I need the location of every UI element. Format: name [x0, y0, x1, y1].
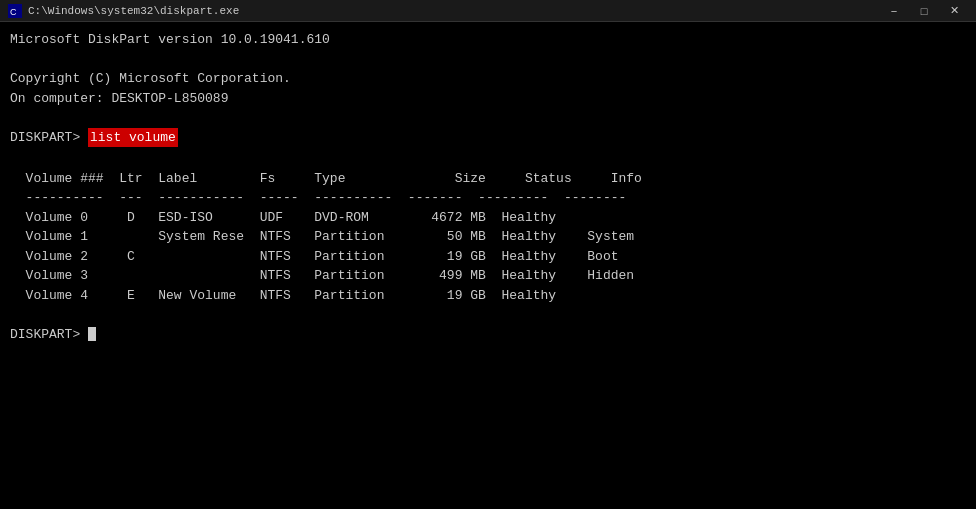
blank-line-4: [10, 305, 966, 325]
prompt-2: DISKPART>: [10, 325, 88, 345]
table-divider: ---------- --- ----------- ----- -------…: [10, 188, 966, 208]
volume-1-row: Volume 1 System Rese NTFS Partition 50 M…: [10, 227, 966, 247]
cursor: [88, 327, 96, 341]
close-button[interactable]: ✕: [940, 1, 968, 21]
volume-table: Volume ### Ltr Label Fs Type Size Status…: [10, 169, 966, 306]
volume-3-row: Volume 3 NTFS Partition 499 MB Healthy H…: [10, 266, 966, 286]
minimize-button[interactable]: −: [880, 1, 908, 21]
window-title: C:\Windows\system32\diskpart.exe: [28, 5, 239, 17]
computer-line: On computer: DESKTOP-L850089: [10, 89, 966, 109]
command-line-2: DISKPART>: [10, 325, 966, 345]
blank-line-1: [10, 50, 966, 70]
table-header: Volume ### Ltr Label Fs Type Size Status…: [10, 169, 966, 189]
prompt-1: DISKPART>: [10, 128, 88, 148]
app-icon: C: [8, 4, 22, 18]
version-line: Microsoft DiskPart version 10.0.19041.61…: [10, 30, 966, 50]
blank-line-3: [10, 147, 966, 167]
titlebar-left: C C:\Windows\system32\diskpart.exe: [8, 4, 239, 18]
volume-0-row: Volume 0 D ESD-ISO UDF DVD-ROM 4672 MB H…: [10, 208, 966, 228]
window-controls: − □ ✕: [880, 1, 968, 21]
maximize-button[interactable]: □: [910, 1, 938, 21]
command-line-1: DISKPART> list volume: [10, 128, 966, 148]
blank-line-2: [10, 108, 966, 128]
terminal-window: Microsoft DiskPart version 10.0.19041.61…: [0, 22, 976, 509]
copyright-line: Copyright (C) Microsoft Corporation.: [10, 69, 966, 89]
volume-4-row: Volume 4 E New Volume NTFS Partition 19 …: [10, 286, 966, 306]
command-text: list volume: [88, 128, 178, 148]
volume-2-row: Volume 2 C NTFS Partition 19 GB Healthy …: [10, 247, 966, 267]
svg-text:C: C: [10, 7, 17, 17]
titlebar: C C:\Windows\system32\diskpart.exe − □ ✕: [0, 0, 976, 22]
